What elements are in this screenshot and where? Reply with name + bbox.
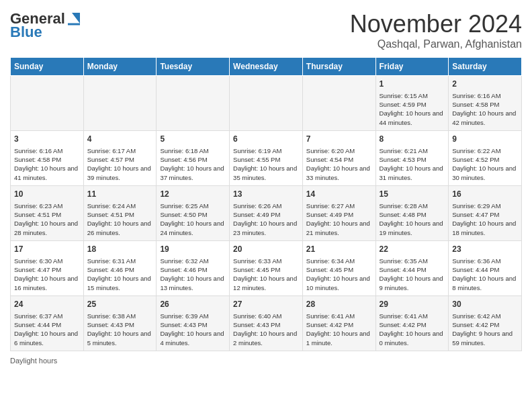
weekday-header: Friday <box>375 58 449 76</box>
calendar-cell: 26Sunrise: 6:39 AM Sunset: 4:43 PM Dayli… <box>157 296 230 351</box>
day-info: Sunrise: 6:23 AM Sunset: 4:51 PM Dayligh… <box>14 201 80 237</box>
calendar-week-row: 24Sunrise: 6:37 AM Sunset: 4:44 PM Dayli… <box>11 296 522 351</box>
calendar-cell: 24Sunrise: 6:37 AM Sunset: 4:44 PM Dayli… <box>11 296 84 351</box>
day-info: Sunrise: 6:28 AM Sunset: 4:48 PM Dayligh… <box>380 201 445 237</box>
logo: General Blue <box>10 10 81 41</box>
day-number: 10 <box>14 189 80 200</box>
calendar-cell <box>11 76 84 131</box>
calendar-cell: 29Sunrise: 6:41 AM Sunset: 4:42 PM Dayli… <box>375 296 449 351</box>
day-number: 24 <box>14 299 80 310</box>
day-info: Sunrise: 6:29 AM Sunset: 4:47 PM Dayligh… <box>452 201 518 237</box>
day-info: Sunrise: 6:41 AM Sunset: 4:42 PM Dayligh… <box>380 312 445 347</box>
calendar-cell: 21Sunrise: 6:34 AM Sunset: 4:45 PM Dayli… <box>302 241 375 296</box>
day-number: 17 <box>14 244 80 255</box>
day-info: Sunrise: 6:34 AM Sunset: 4:45 PM Dayligh… <box>306 257 372 292</box>
page-header: General Blue November 2024 Qashqal, Parw… <box>10 10 522 50</box>
calendar-cell: 3Sunrise: 6:16 AM Sunset: 4:58 PM Daylig… <box>11 131 84 186</box>
day-number: 29 <box>380 299 445 310</box>
calendar-cell: 14Sunrise: 6:27 AM Sunset: 4:49 PM Dayli… <box>302 186 375 241</box>
calendar-cell: 12Sunrise: 6:25 AM Sunset: 4:50 PM Dayli… <box>157 186 230 241</box>
day-info: Sunrise: 6:15 AM Sunset: 4:59 PM Dayligh… <box>380 91 445 127</box>
calendar-cell: 20Sunrise: 6:33 AM Sunset: 4:45 PM Dayli… <box>230 241 303 296</box>
calendar-cell: 1Sunrise: 6:15 AM Sunset: 4:59 PM Daylig… <box>375 76 449 131</box>
day-info: Sunrise: 6:30 AM Sunset: 4:47 PM Dayligh… <box>14 257 80 292</box>
day-info: Sunrise: 6:22 AM Sunset: 4:52 PM Dayligh… <box>452 146 518 182</box>
calendar-cell: 4Sunrise: 6:17 AM Sunset: 4:57 PM Daylig… <box>83 131 157 186</box>
day-number: 8 <box>380 134 445 145</box>
location-title: Qashqal, Parwan, Afghanistan <box>350 38 522 50</box>
calendar-cell: 9Sunrise: 6:22 AM Sunset: 4:52 PM Daylig… <box>449 131 522 186</box>
day-info: Sunrise: 6:19 AM Sunset: 4:55 PM Dayligh… <box>233 146 299 182</box>
day-number: 21 <box>306 244 372 255</box>
day-info: Sunrise: 6:18 AM Sunset: 4:56 PM Dayligh… <box>160 146 226 182</box>
day-number: 26 <box>160 299 226 310</box>
calendar-cell <box>157 76 230 131</box>
day-info: Sunrise: 6:38 AM Sunset: 4:43 PM Dayligh… <box>87 312 153 347</box>
day-number: 4 <box>87 134 153 145</box>
day-number: 1 <box>380 79 445 90</box>
weekday-header: Sunday <box>11 58 84 76</box>
day-number: 9 <box>452 134 518 145</box>
day-info: Sunrise: 6:21 AM Sunset: 4:53 PM Dayligh… <box>380 146 445 182</box>
calendar-cell <box>83 76 157 131</box>
day-info: Sunrise: 6:20 AM Sunset: 4:54 PM Dayligh… <box>306 146 372 182</box>
calendar-cell: 27Sunrise: 6:40 AM Sunset: 4:43 PM Dayli… <box>230 296 303 351</box>
calendar-week-row: 17Sunrise: 6:30 AM Sunset: 4:47 PM Dayli… <box>11 241 522 296</box>
calendar-cell: 8Sunrise: 6:21 AM Sunset: 4:53 PM Daylig… <box>375 131 449 186</box>
calendar-cell: 13Sunrise: 6:26 AM Sunset: 4:49 PM Dayli… <box>230 186 303 241</box>
calendar-cell: 22Sunrise: 6:35 AM Sunset: 4:44 PM Dayli… <box>375 241 449 296</box>
calendar-cell: 23Sunrise: 6:36 AM Sunset: 4:44 PM Dayli… <box>449 241 522 296</box>
day-number: 25 <box>87 299 153 310</box>
day-number: 2 <box>452 79 518 90</box>
calendar-cell: 5Sunrise: 6:18 AM Sunset: 4:56 PM Daylig… <box>157 131 230 186</box>
calendar-cell: 6Sunrise: 6:19 AM Sunset: 4:55 PM Daylig… <box>230 131 303 186</box>
day-number: 19 <box>160 244 226 255</box>
day-number: 20 <box>233 244 299 255</box>
calendar-week-row: 10Sunrise: 6:23 AM Sunset: 4:51 PM Dayli… <box>11 186 522 241</box>
day-info: Sunrise: 6:16 AM Sunset: 4:58 PM Dayligh… <box>14 146 80 182</box>
day-info: Sunrise: 6:16 AM Sunset: 4:58 PM Dayligh… <box>452 91 518 127</box>
day-info: Sunrise: 6:41 AM Sunset: 4:42 PM Dayligh… <box>306 312 372 347</box>
weekday-header: Thursday <box>302 58 375 76</box>
header-row: SundayMondayTuesdayWednesdayThursdayFrid… <box>11 58 522 76</box>
calendar-cell: 10Sunrise: 6:23 AM Sunset: 4:51 PM Dayli… <box>11 186 84 241</box>
day-number: 22 <box>380 244 445 255</box>
day-number: 12 <box>160 189 226 200</box>
weekday-header: Wednesday <box>230 58 303 76</box>
day-number: 15 <box>380 189 445 200</box>
day-number: 16 <box>452 189 518 200</box>
calendar-cell: 30Sunrise: 6:42 AM Sunset: 4:42 PM Dayli… <box>449 296 522 351</box>
day-info: Sunrise: 6:17 AM Sunset: 4:57 PM Dayligh… <box>87 146 153 182</box>
logo-icon <box>66 11 81 26</box>
footer: Daylight hours <box>10 357 522 365</box>
calendar-cell: 25Sunrise: 6:38 AM Sunset: 4:43 PM Dayli… <box>83 296 157 351</box>
day-number: 18 <box>87 244 153 255</box>
day-info: Sunrise: 6:35 AM Sunset: 4:44 PM Dayligh… <box>380 257 445 292</box>
logo-blue: Blue <box>10 24 42 41</box>
calendar-cell: 16Sunrise: 6:29 AM Sunset: 4:47 PM Dayli… <box>449 186 522 241</box>
calendar-week-row: 1Sunrise: 6:15 AM Sunset: 4:59 PM Daylig… <box>11 76 522 131</box>
day-number: 28 <box>306 299 372 310</box>
day-number: 13 <box>233 189 299 200</box>
day-number: 14 <box>306 189 372 200</box>
day-number: 23 <box>452 244 518 255</box>
day-info: Sunrise: 6:24 AM Sunset: 4:51 PM Dayligh… <box>87 201 153 237</box>
day-info: Sunrise: 6:31 AM Sunset: 4:46 PM Dayligh… <box>87 257 153 292</box>
calendar-cell: 17Sunrise: 6:30 AM Sunset: 4:47 PM Dayli… <box>11 241 84 296</box>
day-info: Sunrise: 6:42 AM Sunset: 4:42 PM Dayligh… <box>452 312 518 347</box>
day-number: 5 <box>160 134 226 145</box>
weekday-header: Monday <box>83 58 157 76</box>
day-info: Sunrise: 6:27 AM Sunset: 4:49 PM Dayligh… <box>306 201 372 237</box>
day-number: 3 <box>14 134 80 145</box>
day-number: 6 <box>233 134 299 145</box>
day-info: Sunrise: 6:33 AM Sunset: 4:45 PM Dayligh… <box>233 257 299 292</box>
day-number: 30 <box>452 299 518 310</box>
calendar-cell: 28Sunrise: 6:41 AM Sunset: 4:42 PM Dayli… <box>302 296 375 351</box>
calendar-table: SundayMondayTuesdayWednesdayThursdayFrid… <box>10 57 522 351</box>
day-info: Sunrise: 6:25 AM Sunset: 4:50 PM Dayligh… <box>160 201 226 237</box>
calendar-cell: 19Sunrise: 6:32 AM Sunset: 4:46 PM Dayli… <box>157 241 230 296</box>
calendar-cell: 11Sunrise: 6:24 AM Sunset: 4:51 PM Dayli… <box>83 186 157 241</box>
month-title: November 2024 <box>350 10 522 38</box>
calendar-cell: 18Sunrise: 6:31 AM Sunset: 4:46 PM Dayli… <box>83 241 157 296</box>
weekday-header: Tuesday <box>157 58 230 76</box>
